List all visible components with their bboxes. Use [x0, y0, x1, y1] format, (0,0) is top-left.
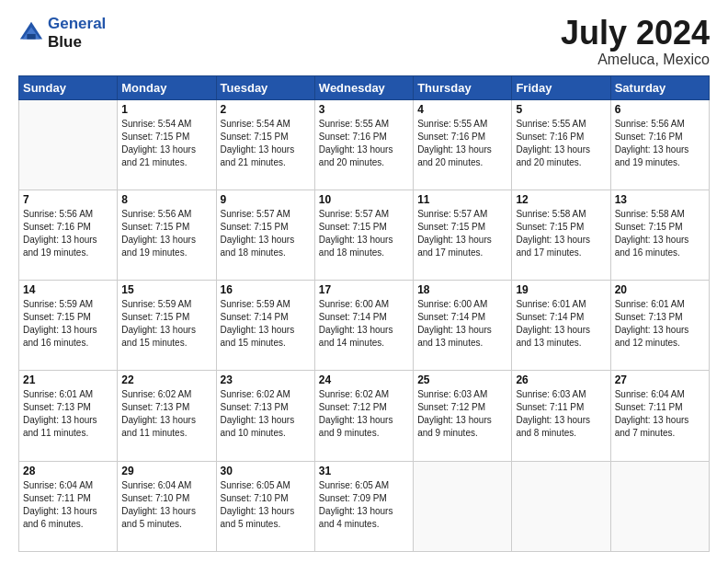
day-number: 31 — [319, 465, 409, 477]
day-info: Sunrise: 6:00 AMSunset: 7:14 PMDaylight:… — [319, 298, 409, 350]
calendar-cell: 18 Sunrise: 6:00 AMSunset: 7:14 PMDaylig… — [414, 281, 512, 371]
calendar-cell: 2 Sunrise: 5:54 AMSunset: 7:15 PMDayligh… — [216, 99, 314, 190]
week-row-1: 1 Sunrise: 5:54 AMSunset: 7:15 PMDayligh… — [19, 99, 710, 190]
calendar-cell: 11 Sunrise: 5:57 AMSunset: 7:15 PMDaylig… — [414, 190, 512, 280]
day-number: 18 — [417, 283, 507, 296]
col-wednesday: Wednesday — [314, 75, 413, 99]
calendar-cell: 13 Sunrise: 5:58 AMSunset: 7:15 PMDaylig… — [610, 190, 709, 280]
day-number: 13 — [615, 193, 705, 206]
day-info: Sunrise: 6:02 AMSunset: 7:13 PMDaylight:… — [121, 388, 211, 440]
calendar-cell: 9 Sunrise: 5:57 AMSunset: 7:15 PMDayligh… — [216, 190, 314, 280]
svg-rect-2 — [27, 34, 35, 40]
col-tuesday: Tuesday — [216, 75, 314, 99]
week-row-3: 14 Sunrise: 5:59 AMSunset: 7:15 PMDaylig… — [19, 281, 710, 371]
header: General Blue July 2024 Ameluca, Mexico — [18, 15, 710, 68]
calendar-cell: 26 Sunrise: 6:03 AMSunset: 7:11 PMDaylig… — [512, 371, 610, 461]
subtitle: Ameluca, Mexico — [561, 52, 710, 68]
calendar-cell: 6 Sunrise: 5:56 AMSunset: 7:16 PMDayligh… — [610, 99, 709, 190]
day-number: 21 — [23, 373, 113, 386]
day-number: 1 — [121, 103, 211, 116]
calendar-cell: 30 Sunrise: 6:05 AMSunset: 7:10 PMDaylig… — [216, 461, 314, 551]
day-info: Sunrise: 6:03 AMSunset: 7:11 PMDaylight:… — [516, 388, 606, 440]
calendar-cell: 1 Sunrise: 5:54 AMSunset: 7:15 PMDayligh… — [118, 99, 216, 190]
day-number: 17 — [319, 283, 409, 296]
day-number: 23 — [221, 373, 311, 386]
day-number: 3 — [319, 103, 409, 116]
col-thursday: Thursday — [414, 75, 512, 99]
calendar-cell — [414, 461, 512, 551]
day-info: Sunrise: 6:03 AMSunset: 7:12 PMDaylight:… — [417, 388, 507, 440]
day-info: Sunrise: 6:04 AMSunset: 7:11 PMDaylight:… — [23, 479, 113, 531]
calendar-cell: 4 Sunrise: 5:55 AMSunset: 7:16 PMDayligh… — [414, 99, 512, 190]
calendar-header-row: Sunday Monday Tuesday Wednesday Thursday… — [19, 75, 710, 99]
day-info: Sunrise: 6:02 AMSunset: 7:13 PMDaylight:… — [221, 388, 311, 440]
day-info: Sunrise: 5:55 AMSunset: 7:16 PMDaylight:… — [417, 118, 507, 169]
day-number: 30 — [221, 465, 311, 477]
day-info: Sunrise: 6:01 AMSunset: 7:13 PMDaylight:… — [615, 298, 705, 350]
day-info: Sunrise: 5:57 AMSunset: 7:15 PMDaylight:… — [319, 208, 409, 259]
day-number: 4 — [417, 103, 507, 116]
day-number: 8 — [121, 193, 211, 206]
calendar-cell: 5 Sunrise: 5:55 AMSunset: 7:16 PMDayligh… — [512, 99, 610, 190]
day-info: Sunrise: 5:59 AMSunset: 7:15 PMDaylight:… — [23, 298, 113, 350]
day-info: Sunrise: 5:58 AMSunset: 7:15 PMDaylight:… — [615, 208, 705, 259]
calendar-cell: 8 Sunrise: 5:56 AMSunset: 7:15 PMDayligh… — [118, 190, 216, 280]
day-number: 6 — [615, 103, 705, 116]
calendar-cell: 14 Sunrise: 5:59 AMSunset: 7:15 PMDaylig… — [19, 281, 118, 371]
calendar-cell — [19, 99, 118, 190]
day-number: 20 — [615, 283, 705, 296]
day-info: Sunrise: 5:54 AMSunset: 7:15 PMDaylight:… — [121, 118, 211, 169]
col-friday: Friday — [512, 75, 610, 99]
logo-line2: Blue — [48, 33, 82, 51]
week-row-4: 21 Sunrise: 6:01 AMSunset: 7:13 PMDaylig… — [19, 371, 710, 461]
day-info: Sunrise: 5:58 AMSunset: 7:15 PMDaylight:… — [516, 208, 606, 259]
logo-text: General Blue — [48, 15, 106, 52]
day-number: 19 — [516, 283, 606, 296]
day-number: 16 — [221, 283, 311, 296]
calendar-cell: 31 Sunrise: 6:05 AMSunset: 7:09 PMDaylig… — [314, 461, 413, 551]
title-block: July 2024 Ameluca, Mexico — [561, 15, 710, 68]
calendar-table: Sunday Monday Tuesday Wednesday Thursday… — [18, 75, 710, 552]
day-info: Sunrise: 5:57 AMSunset: 7:15 PMDaylight:… — [221, 208, 311, 259]
page: General Blue July 2024 Ameluca, Mexico S… — [0, 0, 728, 563]
day-number: 7 — [23, 193, 113, 206]
day-info: Sunrise: 5:59 AMSunset: 7:15 PMDaylight:… — [121, 298, 211, 350]
calendar-cell: 23 Sunrise: 6:02 AMSunset: 7:13 PMDaylig… — [216, 371, 314, 461]
calendar-cell: 20 Sunrise: 6:01 AMSunset: 7:13 PMDaylig… — [610, 281, 709, 371]
calendar-cell: 21 Sunrise: 6:01 AMSunset: 7:13 PMDaylig… — [19, 371, 118, 461]
calendar-cell: 17 Sunrise: 6:00 AMSunset: 7:14 PMDaylig… — [314, 281, 413, 371]
day-number: 26 — [516, 373, 606, 386]
day-number: 5 — [516, 103, 606, 116]
day-number: 9 — [221, 193, 311, 206]
logo-line1: General — [48, 15, 106, 32]
day-info: Sunrise: 5:55 AMSunset: 7:16 PMDaylight:… — [319, 118, 409, 169]
day-info: Sunrise: 6:00 AMSunset: 7:14 PMDaylight:… — [417, 298, 507, 350]
calendar-cell: 7 Sunrise: 5:56 AMSunset: 7:16 PMDayligh… — [19, 190, 118, 280]
day-number: 10 — [319, 193, 409, 206]
day-number: 14 — [23, 283, 113, 296]
week-row-2: 7 Sunrise: 5:56 AMSunset: 7:16 PMDayligh… — [19, 190, 710, 280]
calendar-cell: 10 Sunrise: 5:57 AMSunset: 7:15 PMDaylig… — [314, 190, 413, 280]
calendar-cell: 24 Sunrise: 6:02 AMSunset: 7:12 PMDaylig… — [314, 371, 413, 461]
calendar-cell — [610, 461, 709, 551]
calendar-cell: 19 Sunrise: 6:01 AMSunset: 7:14 PMDaylig… — [512, 281, 610, 371]
day-info: Sunrise: 6:01 AMSunset: 7:13 PMDaylight:… — [23, 388, 113, 440]
day-number: 24 — [319, 373, 409, 386]
day-number: 28 — [23, 465, 113, 477]
day-info: Sunrise: 6:05 AMSunset: 7:09 PMDaylight:… — [319, 479, 409, 531]
calendar-cell: 29 Sunrise: 6:04 AMSunset: 7:10 PMDaylig… — [118, 461, 216, 551]
day-info: Sunrise: 5:57 AMSunset: 7:15 PMDaylight:… — [417, 208, 507, 259]
day-info: Sunrise: 5:56 AMSunset: 7:15 PMDaylight:… — [121, 208, 211, 259]
day-number: 25 — [417, 373, 507, 386]
day-number: 11 — [417, 193, 507, 206]
calendar-cell: 3 Sunrise: 5:55 AMSunset: 7:16 PMDayligh… — [314, 99, 413, 190]
main-title: July 2024 — [561, 15, 710, 52]
day-info: Sunrise: 5:56 AMSunset: 7:16 PMDaylight:… — [615, 118, 705, 169]
calendar-cell: 16 Sunrise: 5:59 AMSunset: 7:14 PMDaylig… — [216, 281, 314, 371]
day-number: 27 — [615, 373, 705, 386]
calendar-cell: 15 Sunrise: 5:59 AMSunset: 7:15 PMDaylig… — [118, 281, 216, 371]
day-number: 29 — [121, 465, 211, 477]
calendar-cell — [512, 461, 610, 551]
week-row-5: 28 Sunrise: 6:04 AMSunset: 7:11 PMDaylig… — [19, 461, 710, 551]
calendar-cell: 27 Sunrise: 6:04 AMSunset: 7:11 PMDaylig… — [610, 371, 709, 461]
